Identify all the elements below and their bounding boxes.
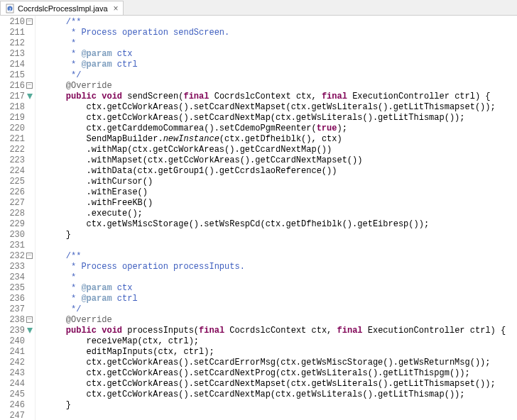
code-line: ctx.getCarddemoCommarea().setCdemoPgmRee… (45, 123, 517, 134)
svg-text:J: J (9, 6, 11, 11)
code-line: @Override (45, 315, 517, 326)
line-number: 218 (0, 102, 32, 113)
fold-toggle-icon[interactable]: − (26, 253, 33, 259)
line-number: 230 (0, 230, 32, 241)
code-line: * @param ctx (45, 49, 517, 60)
line-number: 212 (0, 38, 32, 49)
line-number: 245 (0, 389, 32, 400)
code-line: * @param ctrl (45, 294, 517, 304)
line-number: 220 (0, 123, 32, 134)
java-file-icon: J (5, 4, 15, 13)
tab-bar: J CocrdslcProcessImpl.java × (0, 0, 517, 16)
line-number: 223 (0, 155, 32, 166)
line-number: 211 (0, 28, 32, 38)
code-line: .withErase() (45, 187, 517, 198)
code-line: .execute(); (45, 209, 517, 219)
line-number: 241 (0, 347, 32, 358)
line-number: 217 (0, 92, 32, 102)
code-line: } (45, 230, 517, 241)
code-line: /** (45, 251, 517, 262)
line-number: 214 (0, 60, 32, 70)
line-number: 242 (0, 358, 32, 368)
line-number: 213 (0, 49, 32, 60)
code-line: .withMap(ctx.getCcWorkAreas().getCcardNe… (45, 145, 517, 155)
code-editor[interactable]: 210−211212213214215216−21721821922022122… (0, 16, 517, 420)
code-line: public void processInputs(final Cocrdslc… (45, 326, 517, 336)
code-line: editMapInputs(ctx, ctrl); (45, 347, 517, 358)
line-number: 243 (0, 368, 32, 379)
code-line (45, 241, 517, 251)
code-area[interactable]: /** * Process operation sendScreen. * * … (36, 16, 517, 420)
line-number: 235 (0, 283, 32, 294)
fold-toggle-icon[interactable]: − (26, 316, 33, 323)
code-line: ctx.getCcWorkAreas().setCcardNextMapset(… (45, 379, 517, 389)
line-number-gutter: 210−211212213214215216−21721821922022122… (0, 16, 36, 420)
code-line: .withData(ctx.getGroup1().getCcrdslaoRef… (45, 166, 517, 177)
line-number: 229 (0, 219, 32, 230)
code-line: public void sendScreen(final CocrdslcCon… (45, 92, 517, 102)
line-number: 216− (0, 81, 32, 92)
code-line: SendMapBuilder.newInstance(ctx.getDfheib… (45, 134, 517, 145)
code-line: ctx.getCcWorkAreas().setCcardNextMap(ctx… (45, 113, 517, 123)
line-number: 234 (0, 272, 32, 283)
tab-close-button[interactable]: × (114, 4, 119, 13)
line-number: 222 (0, 145, 32, 155)
override-marker-icon[interactable] (27, 94, 33, 99)
fold-toggle-icon[interactable]: − (26, 82, 33, 89)
line-number: 232− (0, 251, 32, 262)
line-number: 215 (0, 70, 32, 81)
line-number: 240 (0, 336, 32, 347)
line-number: 247 (0, 411, 32, 420)
code-line: * (45, 38, 517, 49)
line-number: 225 (0, 177, 32, 187)
code-line: ctx.getCcWorkAreas().setCcardNextProg(ct… (45, 368, 517, 379)
fold-toggle-icon[interactable]: − (26, 18, 33, 25)
code-line: */ (45, 304, 517, 315)
code-line: ctx.getCcWorkAreas().setCcardNextMapset(… (45, 102, 517, 113)
override-marker-icon[interactable] (27, 328, 33, 333)
editor-tab[interactable]: J CocrdslcProcessImpl.java × (0, 1, 124, 15)
code-line: */ (45, 70, 517, 81)
code-line: .withCursor() (45, 177, 517, 187)
line-number: 236 (0, 294, 32, 304)
line-number: 210− (0, 17, 32, 28)
code-line (45, 411, 517, 420)
tab-filename: CocrdslcProcessImpl.java (18, 4, 108, 13)
code-line: ctx.getCcWorkAreas().setCcardErrorMsg(ct… (45, 358, 517, 368)
code-line: ctx.getCcWorkAreas().setCcardNextMap(ctx… (45, 389, 517, 400)
line-number: 238− (0, 315, 32, 326)
code-line: receiveMap(ctx, ctrl); (45, 336, 517, 347)
code-line: @Override (45, 81, 517, 92)
code-line: * Process operation processInputs. (45, 262, 517, 272)
line-number: 231 (0, 241, 32, 251)
code-line: ctx.getWsMiscStorage().setWsRespCd(ctx.g… (45, 219, 517, 230)
code-line: * Process operation sendScreen. (45, 28, 517, 38)
code-line: /** (45, 17, 517, 28)
line-number: 226 (0, 187, 32, 198)
line-number: 244 (0, 379, 32, 389)
line-number: 224 (0, 166, 32, 177)
code-line: * @param ctx (45, 283, 517, 294)
line-number: 228 (0, 209, 32, 219)
code-line: .withMapset(ctx.getCcWorkAreas().getCcar… (45, 155, 517, 166)
line-number: 246 (0, 400, 32, 411)
line-number: 233 (0, 262, 32, 272)
line-number: 219 (0, 113, 32, 123)
code-line: * (45, 272, 517, 283)
code-line: .withFreeKB() (45, 198, 517, 209)
line-number: 227 (0, 198, 32, 209)
line-number: 221 (0, 134, 32, 145)
code-line: } (45, 400, 517, 411)
code-line: * @param ctrl (45, 60, 517, 70)
line-number: 239 (0, 326, 32, 336)
line-number: 237 (0, 304, 32, 315)
